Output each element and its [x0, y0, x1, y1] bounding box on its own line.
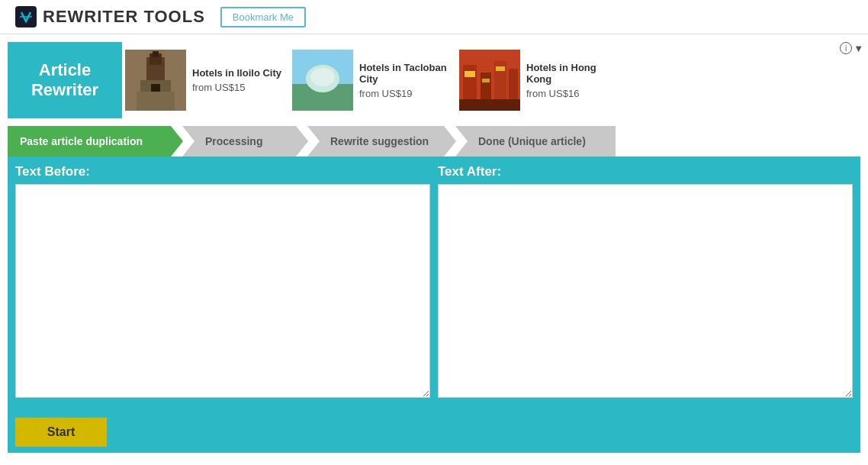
step-done[interactable]: Done (Unique article): [455, 126, 616, 157]
text-before-input[interactable]: [15, 184, 430, 398]
svg-rect-4: [153, 51, 159, 57]
svg-rect-20: [482, 79, 490, 82]
bottom-bar: Start: [8, 405, 860, 453]
svg-rect-14: [481, 73, 491, 103]
step-done-label: Done (Unique article): [478, 135, 586, 147]
text-after-label: Text After:: [438, 164, 853, 179]
ad-title-tacloban: Hotels in Tacloban City: [359, 62, 450, 85]
bookmark-button[interactable]: Bookmark Me: [220, 7, 306, 27]
start-button[interactable]: Start: [15, 418, 107, 447]
text-after-column: Text After:: [438, 164, 853, 398]
text-columns: Text Before: Text After:: [15, 164, 853, 398]
ad-image-tacloban: [292, 50, 353, 111]
header: REWRITER TOOLS Bookmark Me: [0, 0, 868, 34]
text-after-input[interactable]: [438, 184, 853, 398]
text-before-label: Text Before:: [15, 164, 430, 179]
top-area: Article Rewriter: [0, 34, 868, 118]
ad-info-button[interactable]: i ▼: [840, 42, 863, 54]
step-processing[interactable]: Processing: [182, 126, 308, 157]
info-icon: i: [840, 42, 852, 54]
ad-price-iloilo: from US$15: [192, 82, 281, 93]
article-rewriter-box: Article Rewriter: [8, 42, 122, 118]
svg-rect-13: [463, 65, 477, 103]
steps-bar: Paste article duplication Processing Rew…: [8, 126, 860, 157]
ad-text-hongkong: Hotels in Hong Kong from US$16: [520, 58, 623, 103]
text-before-column: Text Before:: [15, 164, 430, 398]
text-area-section: Text Before: Text After:: [8, 157, 860, 405]
ad-title-iloilo: Hotels in Iloilo City: [192, 67, 281, 79]
svg-rect-19: [496, 66, 505, 71]
ad-strip: Hotels in Iloilo City from US$15 Hotels …: [122, 42, 868, 118]
ad-expand-icon: ▼: [854, 43, 863, 54]
ad-card-iloilo: Hotels in Iloilo City from US$15: [125, 50, 289, 111]
logo-icon: [15, 6, 37, 27]
svg-rect-17: [459, 99, 520, 111]
ad-title-hongkong: Hotels in Hong Kong: [526, 62, 617, 85]
step-paste-label: Paste article duplication: [20, 135, 143, 147]
main-wrapper: Article Rewriter: [0, 34, 868, 453]
ad-price-hongkong: from US$16: [526, 88, 617, 99]
ad-card-hongkong: Hotels in Hong Kong from US$16: [459, 50, 623, 111]
step-paste[interactable]: Paste article duplication: [8, 126, 183, 157]
svg-rect-7: [137, 92, 175, 111]
svg-rect-18: [465, 71, 475, 77]
svg-point-11: [310, 68, 335, 86]
svg-rect-16: [509, 69, 518, 103]
ad-price-tacloban: from US$19: [359, 88, 450, 99]
article-rewriter-title: Article Rewriter: [31, 60, 98, 101]
ad-text-tacloban: Hotels in Tacloban City from US$19: [353, 58, 456, 103]
step-rewrite-label: Rewrite suggestion: [330, 135, 429, 147]
ad-image-hongkong: [459, 50, 520, 111]
ad-card-tacloban: Hotels in Tacloban City from US$19: [292, 50, 456, 111]
logo-text: REWRITER TOOLS: [43, 7, 205, 27]
ad-text-iloilo: Hotels in Iloilo City from US$15: [186, 63, 288, 97]
step-rewrite[interactable]: Rewrite suggestion: [307, 126, 456, 157]
step-processing-label: Processing: [205, 135, 262, 147]
ad-image-iloilo: [125, 50, 186, 111]
